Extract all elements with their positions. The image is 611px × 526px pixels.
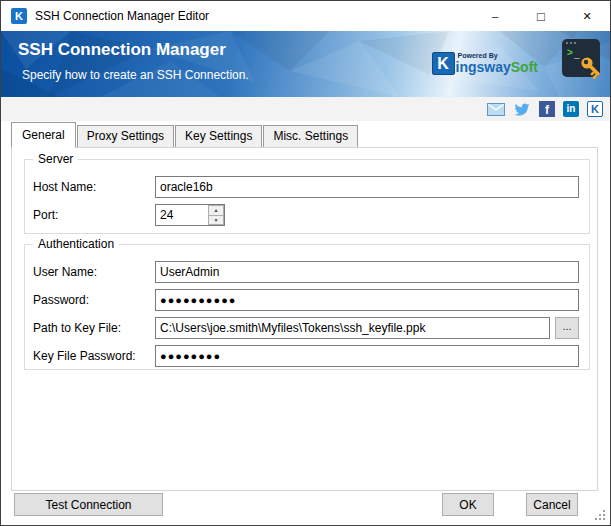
page-title: SSH Connection Manager — [18, 40, 226, 60]
port-label: Port: — [33, 208, 155, 222]
terminal-prompt-glyph: > — [567, 47, 573, 58]
resize-grip[interactable] — [595, 510, 597, 512]
facebook-icon[interactable]: f — [539, 101, 555, 117]
app-icon: K — [11, 8, 27, 24]
key-icon — [579, 55, 605, 81]
host-name-label: Host Name: — [33, 180, 155, 194]
kingswaysoft-logo-name: ingswaySoft — [456, 60, 538, 75]
browse-key-file-button[interactable]: ... — [555, 317, 579, 339]
ok-button[interactable]: OK — [442, 493, 494, 516]
kingswaysoft-logo: K Powered By ingswaySoft — [432, 52, 538, 75]
tab-general[interactable]: General — [11, 122, 76, 148]
port-stepper: ▲ ▼ — [155, 204, 225, 226]
general-tab-panel: Server Host Name: Port: ▲ ▼ Authenticati… — [11, 147, 598, 491]
cancel-button[interactable]: Cancel — [526, 493, 578, 516]
key-file-password-label: Key File Password: — [33, 349, 155, 363]
key-file-password-input[interactable] — [155, 345, 579, 367]
ssh-terminal-icon: > _ — [562, 39, 600, 77]
email-icon[interactable] — [487, 103, 505, 116]
tab-strip: General Proxy Settings Key Settings Misc… — [1, 121, 610, 147]
spin-up-icon[interactable]: ▲ — [208, 205, 224, 215]
user-name-row: User Name: — [33, 261, 579, 283]
password-input[interactable] — [155, 289, 579, 311]
kingswaysoft-logo-text: Powered By ingswaySoft — [456, 52, 538, 75]
banner-header: SSH Connection Manager Specify how to cr… — [1, 31, 610, 97]
key-file-password-row: Key File Password: — [33, 345, 579, 367]
ssh-connection-manager-editor-window: K SSH Connection Manager Editor – □ ✕ SS… — [0, 0, 611, 526]
key-file-row: Path to Key File: ... — [33, 317, 579, 339]
maximize-button[interactable]: □ — [518, 1, 564, 31]
window-controls: – □ ✕ — [472, 1, 610, 31]
kingswaysoft-logo-k-icon: K — [432, 52, 455, 75]
tab-key-settings[interactable]: Key Settings — [175, 125, 262, 147]
server-groupbox-legend: Server — [33, 152, 78, 166]
host-name-row: Host Name: — [33, 176, 579, 198]
host-name-input[interactable] — [155, 176, 579, 198]
logo-name-kingsway: ingsway — [456, 59, 511, 75]
minimize-button[interactable]: – — [472, 1, 518, 31]
tab-proxy-settings[interactable]: Proxy Settings — [77, 125, 174, 147]
spin-down-icon[interactable]: ▼ — [208, 215, 224, 226]
social-links-bar: f in K — [1, 97, 610, 121]
close-button[interactable]: ✕ — [564, 1, 610, 31]
logo-name-soft: Soft — [511, 59, 538, 75]
window-title: SSH Connection Manager Editor — [35, 9, 209, 23]
test-connection-button[interactable]: Test Connection — [14, 493, 163, 516]
user-name-input[interactable] — [155, 261, 579, 283]
page-subtitle: Specify how to create an SSH Connection. — [22, 68, 249, 82]
authentication-groupbox: Authentication User Name: Password: Path… — [24, 244, 590, 370]
server-groupbox: Server Host Name: Port: ▲ ▼ — [24, 159, 590, 234]
linkedin-icon[interactable]: in — [563, 101, 579, 117]
titlebar: K SSH Connection Manager Editor – □ ✕ — [1, 1, 610, 31]
terminal-window-dots-icon — [566, 42, 576, 44]
authentication-groupbox-legend: Authentication — [33, 237, 119, 251]
port-row: Port: ▲ ▼ — [33, 204, 579, 226]
password-row: Password: — [33, 289, 579, 311]
password-label: Password: — [33, 293, 155, 307]
port-spinner: ▲ ▼ — [208, 205, 224, 225]
tab-misc-settings[interactable]: Misc. Settings — [263, 125, 358, 147]
key-file-path-input[interactable] — [155, 317, 550, 339]
kingswaysoft-badge-icon[interactable]: K — [587, 101, 603, 117]
key-file-path-label: Path to Key File: — [33, 321, 155, 335]
twitter-icon[interactable] — [513, 102, 531, 117]
user-name-label: User Name: — [33, 265, 155, 279]
